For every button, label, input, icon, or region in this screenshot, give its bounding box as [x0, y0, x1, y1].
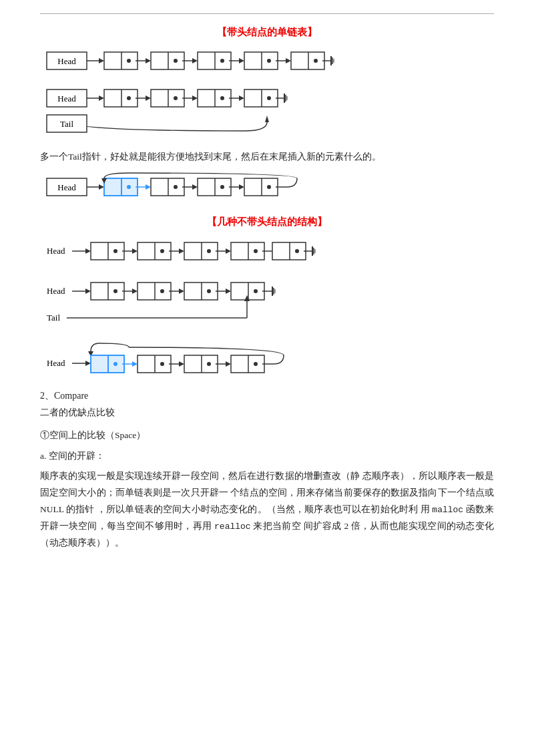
- diagram6-svg: Head: [40, 342, 494, 379]
- diagram3-svg: Head: [40, 172, 494, 205]
- svg-text:Tail: Tail: [60, 119, 73, 129]
- svg-marker-49: [239, 96, 244, 101]
- svg-marker-63: [99, 184, 104, 190]
- svg-rect-161: [231, 355, 264, 373]
- space-subtitle-a: a. 空间的开辟：: [40, 448, 494, 464]
- svg-marker-34: [99, 96, 104, 101]
- svg-marker-125: [179, 289, 184, 294]
- top-divider: [40, 13, 494, 14]
- svg-point-89: [113, 249, 117, 253]
- compare-title: 2、Compare: [40, 390, 494, 402]
- svg-point-71: [174, 185, 178, 189]
- svg-rect-50: [244, 89, 278, 107]
- svg-rect-97: [184, 242, 218, 260]
- diagram5-svg: Head Tail: [40, 278, 494, 331]
- section2-title-text: 【几种不带头结点的结构】: [207, 216, 327, 227]
- svg-point-81: [267, 185, 271, 189]
- svg-marker-68: [146, 184, 151, 190]
- diagram2-svg: Head T: [40, 85, 494, 139]
- svg-text:Tail: Tail: [47, 313, 60, 323]
- svg-marker-57: [265, 116, 269, 122]
- diagram2: Head T: [40, 85, 494, 139]
- diagram6: Head: [40, 342, 494, 379]
- svg-rect-87: [91, 242, 124, 260]
- svg-marker-115: [85, 289, 91, 294]
- svg-point-158: [207, 362, 211, 366]
- svg-point-76: [220, 185, 224, 189]
- section1-title-text: 【带头结点的单链表】: [217, 27, 317, 37]
- svg-marker-120: [132, 289, 138, 294]
- svg-text:Head: Head: [57, 93, 76, 104]
- diagram4: Head: [40, 238, 494, 267]
- svg-rect-24: [291, 52, 324, 69]
- diagram5: Head Tail: [40, 278, 494, 331]
- svg-rect-9: [151, 52, 184, 69]
- svg-marker-130: [226, 289, 231, 294]
- svg-marker-73: [192, 184, 198, 190]
- svg-rect-102: [231, 242, 264, 260]
- svg-text:Head: Head: [47, 246, 65, 256]
- svg-marker-13: [192, 58, 198, 63]
- svg-point-94: [160, 249, 164, 253]
- section2-title: 【几种不带头结点的结构】: [40, 216, 494, 228]
- svg-rect-74: [198, 178, 231, 196]
- compare-subtitle: 二者的优缺点比较: [40, 405, 494, 421]
- svg-point-16: [220, 59, 224, 63]
- svg-point-118: [113, 289, 117, 293]
- svg-marker-3: [99, 58, 104, 63]
- svg-text:Head: Head: [47, 358, 65, 368]
- svg-marker-23: [286, 58, 291, 63]
- svg-marker-150: [132, 361, 138, 367]
- svg-rect-35: [104, 89, 138, 107]
- svg-marker-101: [226, 248, 231, 254]
- svg-point-66: [127, 185, 131, 189]
- svg-rect-156: [184, 355, 218, 373]
- section1-description: 多一个Tail指针，好处就是能很方便地找到末尾，然后在末尾插入新的元素什么的。: [40, 150, 494, 165]
- svg-marker-155: [179, 361, 184, 367]
- svg-point-148: [113, 362, 117, 366]
- svg-point-42: [174, 96, 178, 100]
- svg-text:Head: Head: [47, 286, 65, 296]
- svg-rect-121: [138, 282, 171, 300]
- svg-point-47: [220, 96, 224, 100]
- svg-marker-39: [146, 96, 151, 101]
- svg-point-128: [207, 289, 211, 293]
- svg-point-6: [127, 59, 131, 63]
- svg-point-52: [267, 96, 271, 100]
- svg-text:Head: Head: [57, 182, 76, 192]
- svg-marker-78: [239, 184, 244, 190]
- svg-point-123: [160, 289, 164, 293]
- svg-point-108: [295, 249, 299, 253]
- svg-marker-44: [192, 96, 198, 101]
- svg-rect-14: [198, 52, 231, 69]
- svg-text:Head: Head: [57, 56, 76, 66]
- svg-rect-126: [184, 282, 218, 300]
- svg-marker-18: [239, 58, 244, 63]
- svg-marker-96: [179, 248, 184, 254]
- svg-rect-92: [138, 242, 171, 260]
- svg-rect-106: [272, 242, 306, 260]
- svg-point-133: [254, 289, 258, 293]
- diagram1-svg: Head: [40, 48, 494, 75]
- diagram3: Head: [40, 172, 494, 205]
- diagram1: Head: [40, 48, 494, 75]
- svg-point-163: [254, 362, 258, 366]
- svg-marker-86: [85, 248, 91, 254]
- svg-rect-116: [91, 282, 124, 300]
- diagram4-svg: Head: [40, 238, 494, 267]
- svg-point-104: [254, 249, 258, 253]
- svg-rect-79: [244, 178, 278, 196]
- svg-rect-40: [151, 89, 184, 107]
- space-body: 顺序表的实现一般是实现连续开辟一段空间，然后在进行数据的增删查改（静 态顺序表）…: [40, 468, 494, 552]
- svg-rect-151: [138, 355, 171, 373]
- compare-section: 2、Compare 二者的优缺点比较 ①空间上的比较（Space） a. 空间的…: [40, 390, 494, 552]
- svg-point-37: [127, 96, 131, 100]
- svg-rect-4: [104, 52, 138, 69]
- svg-marker-145: [85, 361, 91, 366]
- section1-title: 【带头结点的单链表】: [40, 26, 494, 39]
- svg-marker-91: [132, 248, 138, 254]
- svg-point-26: [314, 59, 318, 63]
- svg-point-153: [160, 362, 164, 366]
- svg-marker-8: [146, 58, 151, 63]
- svg-rect-45: [198, 89, 231, 107]
